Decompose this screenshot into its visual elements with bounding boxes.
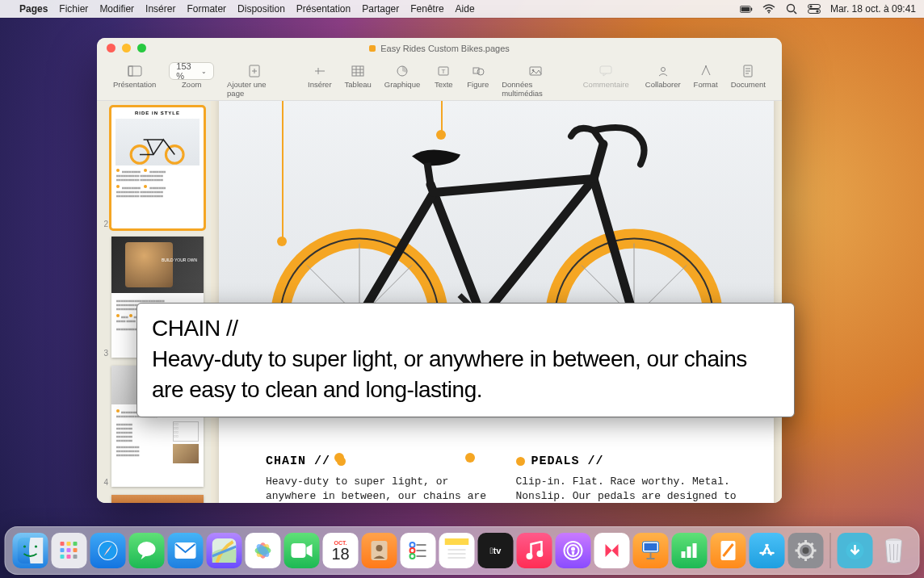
pedals-text-block: PEDALS // Clip-in. Flat. Race worthy. Me… (516, 454, 742, 503)
dock-safari[interactable] (90, 533, 126, 568)
menubar-clock[interactable]: Mar. 18 oct. à 09:41 (830, 3, 916, 15)
tool-collab-label: Collaborer (645, 80, 681, 89)
dock-tv[interactable]: tv (478, 533, 514, 568)
page-thumbnail-5[interactable] (111, 495, 204, 503)
menu-disposition[interactable]: Disposition (237, 3, 285, 15)
app-menu[interactable]: Pages (19, 3, 48, 15)
dock-messages[interactable] (129, 533, 165, 568)
svg-rect-82 (74, 555, 78, 559)
tool-add-page[interactable]: Ajouter une page (222, 62, 286, 98)
dock-music[interactable] (517, 533, 552, 568)
menu-inserer[interactable]: Insérer (145, 3, 175, 15)
tool-comment[interactable]: Commentaire (578, 62, 634, 89)
svg-point-73 (35, 545, 37, 547)
svg-line-5 (794, 11, 796, 14)
dock-reminders[interactable] (401, 533, 436, 568)
dock-photos[interactable] (246, 533, 281, 568)
page-thumbnail-2[interactable]: RIDE IN STYLE ▄▄▄▄▄▄▄▄ ▄▄▄▄▄▄▄▄▄▄▄▄▄▄▄▄▄… (111, 107, 204, 228)
svg-rect-10 (128, 66, 141, 76)
tool-shape-label: Figure (467, 80, 489, 89)
tool-format[interactable]: Format (689, 62, 723, 89)
svg-rect-11 (128, 66, 132, 76)
page-thumbnails-sidebar[interactable]: 2 RIDE IN STYLE ▄▄▄▄▄▄▄▄ ▄▄▄▄▄▄▄▄▄▄▄▄▄▄▄… (97, 101, 211, 503)
hover-title: CHAIN // (152, 316, 237, 341)
dock-news[interactable] (594, 533, 630, 568)
window-minimize-button[interactable] (122, 44, 131, 52)
tool-presentation[interactable]: Présentation (108, 62, 161, 89)
document-icon (737, 62, 758, 80)
tool-zoom[interactable]: 153 %⌄ Zoom (164, 62, 219, 89)
dock-facetime[interactable] (284, 533, 320, 568)
menu-partager[interactable]: Partager (362, 3, 399, 15)
svg-rect-80 (61, 555, 65, 559)
dock-podcasts[interactable] (556, 533, 591, 568)
dock-launchpad[interactable] (52, 533, 87, 568)
tool-insert-label: Insérer (308, 80, 332, 89)
tool-table-label: Tableau (345, 80, 372, 89)
dock-finder[interactable] (13, 533, 48, 568)
dock-contacts[interactable] (362, 533, 397, 568)
menu-presentation[interactable]: Présentation (296, 3, 351, 15)
svg-point-9 (816, 10, 818, 12)
bullet-dot-icon (337, 457, 346, 466)
svg-line-65 (427, 162, 430, 184)
menu-fenetre[interactable]: Fenêtre (410, 3, 443, 15)
titlebar[interactable]: Easy Rides Custom Bikes.pages (97, 38, 782, 59)
svg-rect-15 (352, 66, 363, 76)
svg-line-62 (482, 178, 594, 317)
dock-maps[interactable] (207, 533, 242, 568)
tool-collaborate[interactable]: Collaborer (640, 62, 686, 89)
tool-chart-label: Graphique (384, 80, 420, 89)
tool-chart[interactable]: Graphique (380, 62, 425, 89)
menu-modifier[interactable]: Modifier (99, 3, 134, 15)
text-icon: T (433, 62, 454, 80)
svg-point-101 (410, 554, 415, 559)
svg-point-87 (138, 542, 156, 556)
chain-heading: CHAIN // (266, 454, 330, 468)
dock-mail[interactable] (168, 533, 204, 568)
tool-media[interactable]: Données multimédias (497, 62, 575, 98)
callout-dot (436, 130, 446, 140)
tool-text-label: Texte (435, 80, 453, 89)
svg-text:T: T (442, 68, 446, 75)
dock-trash[interactable] (876, 533, 912, 568)
menubar: Pages Fichier Modifier Insérer Formater … (0, 0, 924, 18)
dock-keynote[interactable] (633, 533, 669, 568)
svg-rect-23 (473, 68, 479, 73)
chevron-down-icon: ⌄ (201, 68, 207, 75)
window-close-button[interactable] (107, 44, 116, 52)
control-center-icon[interactable] (808, 3, 821, 15)
toolbar: Présentation 153 %⌄ Zoom Ajouter une pag… (97, 59, 782, 101)
tool-text[interactable]: T Texte (428, 62, 459, 89)
menu-formater[interactable]: Formater (187, 3, 226, 15)
svg-point-99 (410, 548, 415, 553)
svg-line-128 (811, 543, 813, 546)
battery-icon[interactable] (740, 3, 753, 15)
svg-rect-1 (741, 6, 750, 11)
menu-aide[interactable]: Aide (456, 3, 475, 15)
tool-zoom-label: Zoom (182, 80, 201, 89)
dock-calendar[interactable]: OCT.18 (323, 533, 359, 568)
window-maximize-button[interactable] (137, 44, 146, 52)
tool-shape[interactable]: Figure (462, 62, 494, 89)
dock-numbers[interactable] (672, 533, 708, 568)
menu-fichier[interactable]: Fichier (59, 3, 88, 15)
tool-table[interactable]: Tableau (340, 62, 376, 89)
dock-settings[interactable] (788, 533, 824, 568)
dock: OCT.18 tv (5, 526, 920, 575)
dock-pages[interactable] (711, 533, 746, 568)
svg-rect-79 (74, 548, 78, 552)
svg-rect-2 (751, 7, 753, 10)
callout-line (282, 101, 284, 240)
dock-downloads[interactable] (838, 533, 873, 568)
tool-insert[interactable]: Insérer (303, 62, 337, 89)
wifi-icon[interactable] (762, 3, 775, 15)
document-canvas[interactable]: CHAIN // Heavy-duty to super light, or a… (211, 101, 782, 503)
comment-icon (595, 62, 616, 80)
tool-document[interactable]: Document (726, 62, 771, 89)
dock-appstore[interactable] (750, 533, 785, 568)
tool-presentation-label: Présentation (113, 80, 156, 89)
callout-dot (277, 237, 287, 246)
spotlight-icon[interactable] (785, 3, 798, 15)
dock-notes[interactable] (439, 533, 475, 568)
